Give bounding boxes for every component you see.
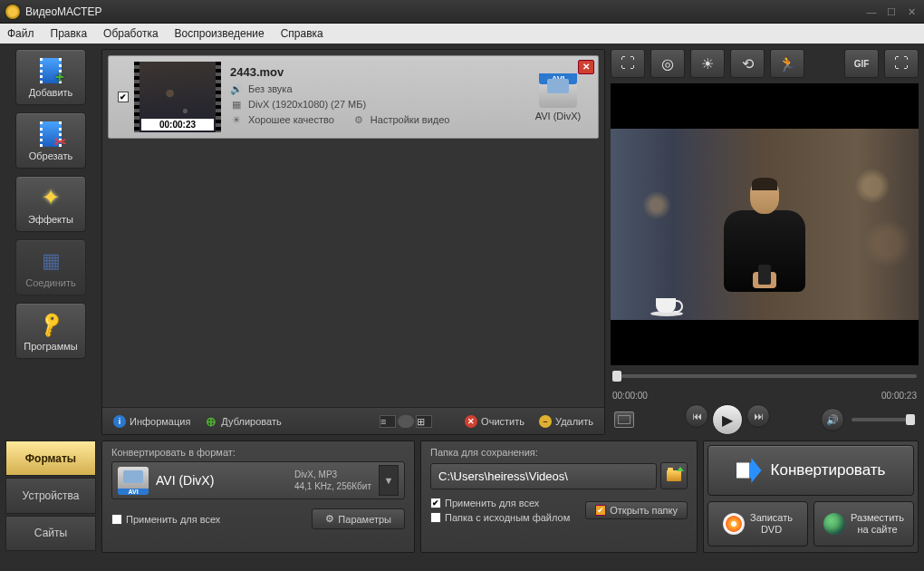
info-button[interactable]: iИнформация xyxy=(113,415,190,428)
convert-arrow-icon xyxy=(736,458,762,483)
gif-tool-button[interactable]: GIF xyxy=(844,49,879,78)
programs-label: Программы xyxy=(24,341,77,352)
brightness-tool-button[interactable]: ☀ xyxy=(690,49,725,78)
join-icon: ▦ xyxy=(42,249,61,273)
programs-button[interactable]: 🔑 Программы xyxy=(15,303,86,359)
volume-button[interactable]: 🔊 xyxy=(821,408,844,431)
audio-text: Без звука xyxy=(248,83,293,94)
close-icon[interactable]: ✕ xyxy=(904,6,919,17)
category-tabs: Форматы Устройства Сайты xyxy=(5,440,96,553)
preview-panel: ⛶ ◎ ☀ ⟲ 🏃 GIF ⛶ 00:00:00 00:00:23 ⏮ ▶ xyxy=(611,49,919,435)
film-add-icon: + xyxy=(40,58,62,83)
apply-all-format-checkbox[interactable]: Применить для всех xyxy=(111,514,220,525)
list-toolbar: iИнформация ⊕Дублировать ≡ ⊞ ✕Очистить –… xyxy=(102,407,604,434)
quality-text: Хорошее качество xyxy=(248,114,334,125)
duplicate-icon: ⊕ xyxy=(205,415,217,428)
cut-label: Обрезать xyxy=(29,150,73,161)
prev-button[interactable]: ⏮ xyxy=(685,404,708,428)
minimize-icon[interactable]: — xyxy=(864,6,879,17)
remove-item-button[interactable]: ✕ xyxy=(578,60,594,74)
gear-icon: ⚙ xyxy=(325,513,334,525)
effects-button[interactable]: ✦ Эффекты xyxy=(15,176,86,232)
view-list-icon[interactable]: ≡ xyxy=(380,415,396,428)
maximize-icon[interactable]: ☐ xyxy=(884,6,899,17)
codec-text: DivX (1920x1080) (27 МБ) xyxy=(248,99,366,110)
item-checkbox[interactable]: ✔ xyxy=(118,92,129,102)
dropdown-arrow-icon[interactable]: ▼ xyxy=(379,465,399,496)
crop-tool-button[interactable]: ⛶ xyxy=(611,49,645,78)
source-folder-checkbox[interactable]: Папка с исходным файлом xyxy=(430,512,570,523)
view-toggle-switch[interactable] xyxy=(398,415,414,428)
tab-formats[interactable]: Форматы xyxy=(5,440,96,476)
thumbnail[interactable]: 00:00:23 xyxy=(134,62,221,132)
time-current: 00:00:00 xyxy=(612,391,648,401)
video-preview[interactable] xyxy=(611,83,919,365)
list-item[interactable]: ✔ 00:00:23 2443.mov 🔊Без звука ▦DivX (19… xyxy=(108,55,599,139)
enhance-tool-button[interactable]: ◎ xyxy=(650,49,685,78)
format-panel: Конвертировать в формат: AVI AVI (DivX) … xyxy=(101,440,415,553)
open-folder-button[interactable]: ✔Открыть папку xyxy=(585,501,688,519)
apply-all-path-checkbox[interactable]: ✔Применить для всех xyxy=(430,498,570,508)
gear-icon[interactable]: ⚙ xyxy=(352,113,365,126)
titlebar: ВидеоМАСТЕР — ☐ ✕ xyxy=(0,0,924,24)
format-indicator[interactable]: AVI AVI (DivX) xyxy=(522,73,594,121)
output-path[interactable]: C:\Users\heiress\Videos\ xyxy=(430,463,657,489)
app-logo-icon xyxy=(5,5,20,19)
settings-link[interactable]: Настройки видео xyxy=(371,114,450,125)
join-label: Соединить xyxy=(25,277,76,288)
delete-icon: – xyxy=(539,415,552,428)
menu-playback[interactable]: Воспроизведение xyxy=(175,27,265,40)
quality-icon: ☀ xyxy=(230,113,243,126)
key-icon: 🔑 xyxy=(35,309,66,339)
parameters-button[interactable]: ⚙Параметры xyxy=(312,508,405,529)
speed-tool-button[interactable]: 🏃 xyxy=(770,49,804,78)
effects-label: Эффекты xyxy=(28,214,73,225)
publish-web-button[interactable]: Разместитьна сайте xyxy=(813,501,914,547)
save-panel: Папка для сохранения: C:\Users\heiress\V… xyxy=(420,440,698,553)
folder-open-icon xyxy=(667,470,681,481)
duplicate-button[interactable]: ⊕Дублировать xyxy=(205,415,281,428)
rotate-tool-button[interactable]: ⟲ xyxy=(730,49,765,78)
tab-devices[interactable]: Устройства xyxy=(5,478,96,513)
tab-sites[interactable]: Сайты xyxy=(5,516,96,551)
view-grid-icon[interactable]: ⊞ xyxy=(416,415,432,428)
format-name: AVI (DivX) xyxy=(156,473,214,488)
convert-button[interactable]: Конвертировать xyxy=(707,445,914,496)
menu-edit[interactable]: Правка xyxy=(51,27,88,40)
codec-icon: ▦ xyxy=(230,98,243,111)
film-cut-icon: ✂ xyxy=(40,121,62,147)
add-label: Добавить xyxy=(29,87,73,98)
window-title: ВидеоМАСТЕР xyxy=(25,5,859,18)
delete-button[interactable]: –Удалить xyxy=(539,415,593,428)
format-selector[interactable]: AVI AVI (DivX) DivX, MP344,1 KHz, 256Кби… xyxy=(111,461,405,499)
clear-button[interactable]: ✕Очистить xyxy=(465,415,525,428)
snapshot-button[interactable] xyxy=(614,411,634,428)
thumb-duration: 00:00:23 xyxy=(141,119,214,131)
play-button[interactable]: ▶ xyxy=(712,404,743,435)
format-icon: AVI xyxy=(118,467,149,494)
cut-button[interactable]: ✂ Обрезать xyxy=(15,112,86,169)
action-panel: Конвертировать ЗаписатьDVD Разместитьна … xyxy=(703,440,919,553)
menu-process[interactable]: Обработка xyxy=(103,27,159,40)
fullscreen-tool-button[interactable]: ⛶ xyxy=(884,49,919,78)
camcorder-icon: AVI xyxy=(539,73,577,108)
menu-file[interactable]: Файл xyxy=(7,27,34,40)
dvd-icon xyxy=(723,513,745,535)
join-button[interactable]: ▦ Соединить xyxy=(15,239,86,295)
next-button[interactable]: ⏭ xyxy=(746,404,770,428)
burn-dvd-button[interactable]: ЗаписатьDVD xyxy=(707,501,808,547)
volume-slider[interactable] xyxy=(852,418,915,421)
globe-icon xyxy=(823,513,845,535)
seek-bar[interactable] xyxy=(611,369,919,387)
save-panel-title: Папка для сохранения: xyxy=(430,447,688,458)
filename: 2443.mov xyxy=(230,65,513,79)
sidebar: + Добавить ✂ Обрезать ✦ Эффекты ▦ Соедин… xyxy=(5,49,96,435)
menubar: Файл Правка Обработка Воспроизведение Сп… xyxy=(0,24,924,44)
add-button[interactable]: + Добавить xyxy=(15,49,86,105)
file-list: ✔ 00:00:23 2443.mov 🔊Без звука ▦DivX (19… xyxy=(101,49,605,435)
view-toggle[interactable]: ≡ ⊞ xyxy=(380,415,432,428)
browse-button[interactable] xyxy=(660,462,688,489)
time-total: 00:00:23 xyxy=(881,391,917,401)
menu-help[interactable]: Справка xyxy=(281,27,323,40)
audio-icon: 🔊 xyxy=(230,82,243,95)
